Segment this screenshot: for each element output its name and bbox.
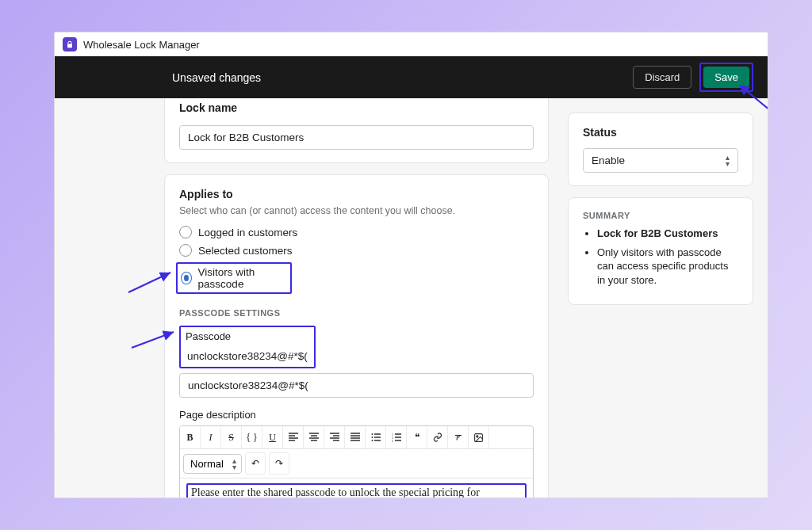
list-ol-button[interactable]: 123 [386, 426, 407, 448]
applies-to-card: Applies to Select who can (or cannot) ac… [164, 174, 549, 498]
passcode-input[interactable] [179, 373, 534, 398]
chevron-updown-icon: ▴▾ [232, 458, 236, 471]
svg-point-7 [477, 435, 478, 437]
titlebar: Wholesale Lock Manager [55, 32, 768, 56]
unsaved-label: Unsaved changes [172, 71, 261, 84]
page-content: Lock name Applies to Select who can (or … [55, 98, 768, 498]
strike-button[interactable]: S [221, 426, 242, 448]
status-title: Status [583, 126, 738, 139]
lock-name-card: Lock name [164, 98, 549, 163]
radio-label: Logged in customers [198, 227, 297, 238]
editor-text-highlight: Please enter the shared passcode to unlo… [186, 483, 527, 498]
passcode-label: Passcode [186, 330, 309, 342]
svg-point-1 [371, 437, 373, 438]
radio-label: Selected customers [198, 245, 293, 257]
save-button[interactable]: Save [703, 67, 749, 88]
clear-format-button[interactable] [448, 426, 469, 448]
app-icon [63, 37, 77, 51]
list-ul-button[interactable] [366, 426, 386, 448]
save-button-highlight: Save [699, 63, 753, 92]
annotation-arrow [130, 327, 179, 351]
bold-button[interactable]: B [180, 426, 201, 448]
radio-icon [179, 226, 192, 238]
align-justify-button[interactable] [345, 426, 366, 448]
summary-list: Lock for B2B Customers Only visitors wit… [583, 227, 738, 287]
radio-icon [179, 244, 192, 257]
radio-highlight: Visitors with passcode [176, 262, 292, 294]
applies-to-subtitle: Select who can (or cannot) access the co… [179, 205, 534, 216]
undo-button[interactable]: ↶ [245, 452, 266, 475]
radio-visitors-passcode[interactable]: Visitors with passcode [176, 262, 534, 294]
lock-name-label: Lock name [179, 101, 534, 114]
image-button[interactable] [469, 426, 489, 448]
align-left-button[interactable] [283, 426, 304, 448]
passcode-section-label: PASSCODE SETTINGS [179, 308, 534, 318]
align-center-button[interactable] [304, 426, 324, 448]
align-right-button[interactable] [324, 426, 345, 448]
format-select[interactable]: Normal ▴▾ [183, 454, 242, 474]
summary-title: SUMMARY [583, 211, 738, 220]
applies-to-title: Applies to [179, 188, 534, 200]
summary-item: Lock for B2B Customers [597, 227, 738, 241]
quote-button[interactable]: ❝ [407, 426, 427, 448]
radio-logged-in[interactable]: Logged in customers [179, 226, 534, 238]
svg-point-0 [371, 433, 373, 435]
format-value: Normal [190, 458, 224, 470]
summary-item: Only visitors with passcode can access s… [597, 246, 738, 288]
status-card: Status Enable ▴▾ [568, 112, 753, 186]
svg-point-2 [371, 440, 373, 441]
page-description-label: Page description [179, 409, 534, 421]
underline-button[interactable]: U [262, 426, 283, 448]
radio-selected-customers[interactable]: Selected customers [179, 244, 534, 257]
rich-text-editor: B I S { } U [179, 425, 534, 498]
redo-button[interactable]: ↷ [269, 452, 289, 475]
radio-icon [181, 272, 192, 284]
unsaved-changes-bar: Unsaved changes Discard Save [55, 56, 768, 98]
side-column: Status Enable ▴▾ SUMMARY Lock for B2B Cu… [568, 98, 753, 483]
lock-name-input[interactable] [179, 125, 534, 150]
link-button[interactable] [427, 426, 448, 448]
code-button[interactable]: { } [242, 426, 262, 448]
radio-label: Visitors with passcode [198, 266, 285, 290]
status-select[interactable]: Enable ▴▾ [583, 148, 738, 173]
main-column: Lock name Applies to Select who can (or … [164, 98, 549, 483]
editor-text: Please enter the shared passcode to unlo… [191, 486, 480, 498]
app-window: Wholesale Lock Manager Unsaved changes D… [54, 32, 768, 498]
chevron-updown-icon: ▴▾ [726, 154, 730, 167]
passcode-value-preview: unclockstore38234@#*$( [186, 347, 309, 362]
discard-button[interactable]: Discard [633, 66, 691, 89]
editor-body[interactable]: Please enter the shared passcode to unlo… [180, 479, 533, 498]
status-value: Enable [592, 154, 625, 166]
passcode-highlight: Passcode unclockstore38234@#*$( [179, 326, 316, 368]
italic-button[interactable]: I [201, 426, 221, 448]
app-title: Wholesale Lock Manager [83, 39, 200, 51]
annotation-arrow [127, 269, 176, 296]
summary-card: SUMMARY Lock for B2B Customers Only visi… [568, 197, 753, 305]
svg-text:3: 3 [392, 439, 393, 442]
editor-toolbar: B I S { } U [180, 426, 533, 449]
